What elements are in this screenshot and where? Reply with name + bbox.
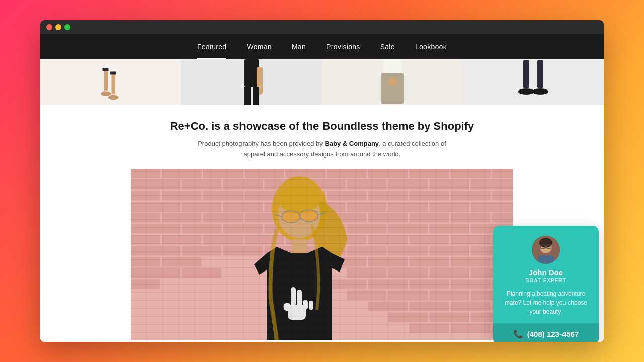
hero-image-1 bbox=[40, 59, 181, 105]
svg-rect-65 bbox=[368, 213, 408, 222]
dot-minimize[interactable] bbox=[55, 24, 61, 30]
svg-rect-59 bbox=[131, 213, 160, 222]
svg-rect-103 bbox=[451, 257, 490, 266]
svg-rect-53 bbox=[265, 202, 304, 211]
svg-rect-11 bbox=[244, 87, 251, 105]
hero-image-2 bbox=[181, 59, 322, 105]
svg-rect-16 bbox=[523, 60, 529, 88]
chat-name: John Doe bbox=[529, 268, 563, 277]
svg-rect-91 bbox=[265, 246, 304, 255]
svg-rect-114 bbox=[410, 280, 449, 289]
svg-rect-83 bbox=[327, 235, 366, 244]
svg-rect-76 bbox=[430, 224, 469, 233]
svg-rect-27 bbox=[368, 169, 408, 178]
svg-rect-42 bbox=[203, 191, 243, 200]
svg-rect-66 bbox=[410, 213, 449, 222]
svg-rect-40 bbox=[131, 191, 160, 200]
svg-point-2 bbox=[101, 92, 111, 96]
svg-rect-132 bbox=[292, 239, 307, 254]
svg-rect-144 bbox=[297, 290, 302, 307]
page-subtext: Product photography has been provided by… bbox=[191, 139, 453, 160]
browser-window: Featured Woman Man Provisions Sale Lookb… bbox=[40, 20, 604, 342]
svg-rect-122 bbox=[410, 302, 449, 311]
svg-rect-143 bbox=[288, 305, 306, 320]
svg-rect-117 bbox=[347, 291, 386, 300]
svg-point-140 bbox=[282, 211, 300, 223]
svg-rect-64 bbox=[327, 213, 366, 222]
svg-rect-33 bbox=[223, 180, 263, 189]
svg-rect-108 bbox=[388, 268, 428, 278]
svg-rect-55 bbox=[347, 202, 386, 211]
svg-point-18 bbox=[518, 88, 534, 95]
hero-image-4 bbox=[463, 59, 604, 105]
svg-rect-57 bbox=[430, 202, 469, 211]
svg-rect-145 bbox=[291, 287, 296, 306]
svg-rect-111 bbox=[131, 280, 160, 289]
svg-rect-115 bbox=[451, 280, 490, 289]
svg-point-141 bbox=[300, 210, 318, 222]
svg-rect-101 bbox=[368, 257, 408, 266]
svg-rect-17 bbox=[537, 60, 543, 88]
svg-rect-0 bbox=[104, 68, 108, 90]
svg-rect-113 bbox=[368, 280, 408, 289]
svg-rect-22 bbox=[162, 169, 201, 178]
svg-point-19 bbox=[532, 88, 548, 95]
nav-item-featured[interactable]: Featured bbox=[187, 34, 236, 59]
nav-item-man[interactable]: Man bbox=[282, 34, 316, 59]
svg-rect-81 bbox=[245, 235, 284, 244]
svg-rect-25 bbox=[286, 169, 325, 178]
svg-line-139 bbox=[318, 213, 326, 215]
svg-rect-102 bbox=[410, 257, 449, 266]
chat-message: Planning a boating adventure mate? Let m… bbox=[501, 289, 591, 316]
svg-rect-26 bbox=[327, 169, 366, 178]
svg-rect-112 bbox=[327, 280, 366, 289]
svg-rect-5 bbox=[111, 95, 113, 100]
svg-rect-20 bbox=[131, 169, 513, 340]
nav-item-sale[interactable]: Sale bbox=[370, 34, 405, 59]
svg-rect-24 bbox=[245, 169, 284, 178]
nav-item-lookbook[interactable]: Lookbook bbox=[405, 34, 457, 59]
svg-rect-6 bbox=[103, 68, 109, 71]
svg-rect-47 bbox=[410, 191, 449, 200]
hero-image-3 bbox=[322, 59, 463, 105]
nav-item-provisions[interactable]: Provisions bbox=[316, 34, 370, 59]
svg-rect-37 bbox=[388, 180, 428, 189]
svg-rect-60 bbox=[162, 213, 201, 222]
featured-section: John Doe BOAT EXPERT Planning a boating … bbox=[50, 169, 594, 340]
svg-line-138 bbox=[274, 214, 282, 217]
chat-avatar bbox=[532, 236, 560, 264]
svg-rect-80 bbox=[203, 235, 243, 244]
svg-rect-78 bbox=[131, 235, 160, 244]
svg-rect-56 bbox=[388, 202, 428, 211]
svg-rect-63 bbox=[286, 213, 325, 222]
svg-rect-31 bbox=[131, 180, 180, 189]
nav-item-woman[interactable]: Woman bbox=[236, 34, 281, 59]
svg-rect-3 bbox=[103, 92, 106, 96]
svg-rect-58 bbox=[471, 202, 513, 211]
svg-rect-54 bbox=[306, 202, 345, 211]
svg-rect-74 bbox=[347, 224, 386, 233]
svg-rect-123 bbox=[451, 302, 490, 311]
svg-rect-109 bbox=[430, 268, 469, 278]
svg-rect-1 bbox=[112, 72, 116, 95]
svg-rect-107 bbox=[347, 268, 386, 278]
svg-rect-30 bbox=[492, 169, 513, 178]
dot-close[interactable] bbox=[46, 24, 52, 30]
chat-phone-bar[interactable]: 📞 (408) 123-4567 bbox=[493, 323, 599, 342]
svg-rect-71 bbox=[223, 224, 263, 233]
svg-rect-88 bbox=[131, 246, 180, 255]
svg-rect-75 bbox=[388, 224, 428, 233]
svg-rect-48 bbox=[451, 191, 490, 200]
chat-role: BOAT EXPERT bbox=[525, 278, 566, 283]
svg-rect-68 bbox=[492, 213, 513, 222]
svg-rect-84 bbox=[368, 235, 408, 244]
svg-rect-105 bbox=[131, 268, 180, 278]
svg-point-133 bbox=[278, 190, 320, 238]
svg-rect-118 bbox=[388, 291, 428, 300]
dot-maximize[interactable] bbox=[64, 24, 70, 30]
svg-rect-119 bbox=[430, 291, 469, 300]
svg-rect-12 bbox=[253, 87, 259, 105]
svg-point-135 bbox=[282, 211, 300, 223]
hero-images bbox=[40, 59, 604, 105]
svg-rect-39 bbox=[471, 180, 513, 189]
